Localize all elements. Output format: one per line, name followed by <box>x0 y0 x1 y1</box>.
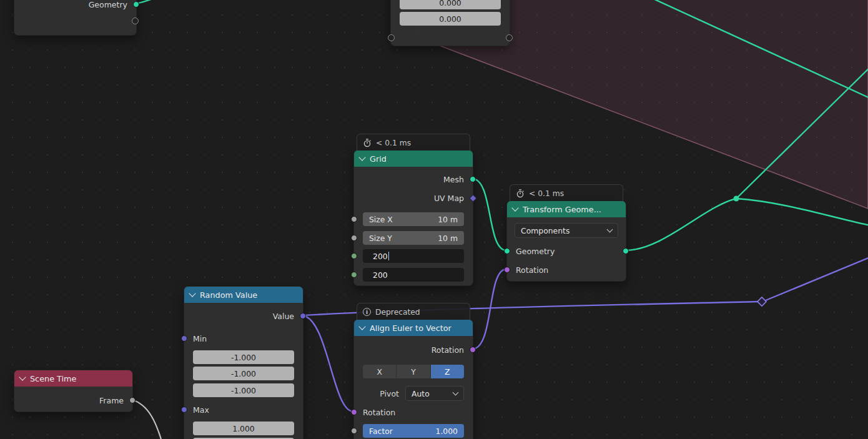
node-link-transform-out[interactable] <box>625 199 736 250</box>
vertices-x-input-socket[interactable] <box>351 253 357 259</box>
min-y-field[interactable]: -1.000 <box>193 367 294 380</box>
random-value-node-title: Random Value <box>200 290 257 300</box>
axis-x-button[interactable]: X <box>363 365 396 378</box>
hidden-socket-icon[interactable] <box>132 17 139 24</box>
group-output-node-partial[interactable]: Geometry <box>14 0 137 36</box>
transform-rotation-input-socket[interactable] <box>504 267 510 273</box>
vector-value-y: 0.000 <box>439 14 461 24</box>
rotation-input-socket[interactable] <box>351 409 357 415</box>
reroute-node[interactable] <box>757 297 766 306</box>
min-y-value: -1.000 <box>231 369 256 378</box>
random-value-node[interactable]: Random Value Value Min -1.000 -1.000 -1.… <box>184 286 303 439</box>
min-x-field[interactable]: -1.000 <box>193 350 294 364</box>
transform-geometry-input-label: Geometry <box>516 247 555 256</box>
axis-toggle-group: X Y Z <box>363 365 464 378</box>
size-y-input-socket[interactable] <box>351 235 357 241</box>
size-y-label: Size Y <box>369 234 392 243</box>
transform-rotation-input-row: Rotation <box>507 262 626 277</box>
max-input-label: Max <box>193 405 209 415</box>
size-x-input-socket[interactable] <box>351 216 357 222</box>
rotation-input-row: Rotation <box>354 405 473 420</box>
node-link-value-to-align[interactable] <box>302 315 353 412</box>
vertices-x-value: 200 <box>373 252 388 261</box>
min-z-field[interactable]: -1.000 <box>193 383 294 397</box>
node-link-reroute-right[interactable] <box>766 256 868 300</box>
collapse-chevron-icon[interactable] <box>189 290 195 297</box>
min-x-value: -1.000 <box>231 353 256 362</box>
collapse-chevron-icon[interactable] <box>19 373 26 380</box>
value-output-row: Value <box>184 308 303 323</box>
vector-value-x: 0.000 <box>439 0 461 7</box>
info-icon: i <box>363 308 371 316</box>
align-euler-node-header[interactable]: Align Euler to Vector <box>354 320 473 336</box>
scene-time-node[interactable]: Scene Time Frame <box>14 370 133 412</box>
size-x-field[interactable]: Size X 10 m <box>363 212 464 226</box>
vector-field-y[interactable]: 0.000 <box>400 12 501 26</box>
rotation-input-label: Rotation <box>363 408 395 417</box>
min-input-socket[interactable] <box>181 335 187 342</box>
factor-slider[interactable]: Factor 1.000 <box>363 424 464 438</box>
frame-output-socket[interactable] <box>129 397 136 403</box>
value-output-label: Value <box>273 312 294 321</box>
node-link-mesh-to-transform[interactable] <box>472 179 506 250</box>
node-link-geometry-top-left[interactable] <box>136 0 178 4</box>
scene-time-node-title: Scene Time <box>30 374 76 383</box>
pivot-label: Pivot <box>380 389 399 398</box>
transform-mode-dropdown[interactable]: Components <box>515 223 618 238</box>
collapse-chevron-icon[interactable] <box>358 154 365 160</box>
node-link-frame-out[interactable] <box>132 400 162 439</box>
factor-label: Factor <box>369 427 393 436</box>
link-junction-dot[interactable] <box>734 196 739 202</box>
grid-timer-badge: < 0.1 ms <box>357 134 470 151</box>
rotation-output-row: Rotation <box>354 342 473 357</box>
deprecated-label: Deprecated <box>375 308 420 317</box>
geometry-output-socket[interactable] <box>133 1 139 7</box>
vector-field-x[interactable]: 0.000 <box>400 0 501 9</box>
factor-value: 1.000 <box>436 427 458 436</box>
rotation-output-label: Rotation <box>432 345 464 355</box>
align-euler-node-title: Align Euler to Vector <box>370 323 451 333</box>
transform-node-header[interactable]: Transform Geome... <box>507 201 626 217</box>
random-value-node-header[interactable]: Random Value <box>184 287 303 303</box>
max-input-socket[interactable] <box>181 407 187 413</box>
factor-input-socket[interactable] <box>351 428 357 434</box>
pivot-row: Pivot Auto <box>354 386 473 401</box>
transform-geometry-output-socket[interactable] <box>623 248 629 254</box>
axis-y-button[interactable]: Y <box>397 365 430 378</box>
vertices-x-field[interactable]: 200 <box>363 249 464 263</box>
chevron-down-icon <box>453 390 459 396</box>
size-y-field[interactable]: Size Y 10 m <box>363 231 464 245</box>
timer-icon <box>516 189 525 198</box>
node-link-junction-right[interactable] <box>736 199 868 226</box>
min-z-value: -1.000 <box>231 386 256 395</box>
vertices-y-input-socket[interactable] <box>351 272 357 278</box>
transform-geometry-input-socket[interactable] <box>504 248 510 254</box>
frame-output-row: Frame <box>14 393 132 408</box>
pivot-dropdown[interactable]: Auto <box>405 386 464 401</box>
max-x-field[interactable]: 1.000 <box>193 422 294 435</box>
rotation-output-socket[interactable] <box>470 347 476 353</box>
vector-node-partial[interactable]: 0.000 0.000 <box>390 0 510 46</box>
transform-geometry-node[interactable]: < 0.1 ms Transform Geome... Components G… <box>506 200 626 282</box>
axis-z-button[interactable]: Z <box>431 365 464 378</box>
transform-rotation-input-label: Rotation <box>516 265 548 275</box>
collapse-chevron-icon[interactable] <box>511 204 518 211</box>
mesh-output-socket[interactable] <box>470 176 476 182</box>
uv-map-output-label: UV Map <box>434 194 464 203</box>
hidden-socket-right-icon[interactable] <box>506 34 513 41</box>
scene-time-node-header[interactable]: Scene Time <box>14 370 132 387</box>
vertices-y-field[interactable]: 200 <box>363 268 464 282</box>
value-output-socket[interactable] <box>300 313 306 319</box>
grid-node-header[interactable]: Grid <box>354 150 473 167</box>
hidden-socket-left-icon[interactable] <box>388 34 395 41</box>
collapse-chevron-icon[interactable] <box>358 323 365 330</box>
geometry-output-row: Geometry <box>14 0 136 12</box>
transform-mode-value: Components <box>521 226 570 235</box>
vertices-y-value: 200 <box>373 270 388 280</box>
max-x-value: 1.000 <box>232 424 254 433</box>
size-x-label: Size X <box>369 215 393 224</box>
align-euler-node[interactable]: i Deprecated Align Euler to Vector Rotat… <box>353 319 473 439</box>
grid-node[interactable]: < 0.1 ms Grid Mesh UV Map Size X 10 m Si… <box>353 150 473 286</box>
mesh-output-row: Mesh <box>354 172 473 187</box>
grid-node-title: Grid <box>370 154 387 164</box>
